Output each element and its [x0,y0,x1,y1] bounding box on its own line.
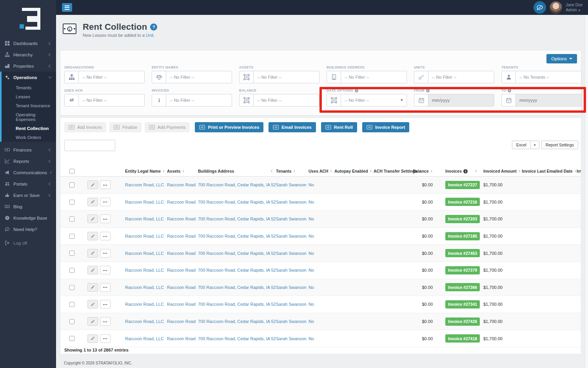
entity-link[interactable]: Raccoon Road, LLC [125,200,164,204]
building-address-link[interactable]: 700 Raccoon Road, Cedar Rapids, IA 52401 [198,182,276,187]
select-all-checkbox[interactable] [69,169,74,174]
row-checkbox[interactable] [69,302,74,307]
info-icon[interactable]: i [355,89,358,92]
building-address-link[interactable]: 700 Raccoon Road, Cedar Rapids, IA 52401 [198,319,276,324]
edit-row-button[interactable] [87,249,98,258]
more-actions-button[interactable]: ••• [100,180,111,189]
building-address-link[interactable]: 700 Raccoon Road, Cedar Rapids, IA 52401 [198,302,276,307]
sidebar-item-log-off[interactable]: Log off [0,237,56,249]
edit-row-button[interactable] [87,180,98,189]
sidebar-item-operations[interactable]: Operations [2,72,56,83]
building-address-link[interactable]: 700 Raccoon Road, Cedar Rapids, IA 52401 [198,268,276,272]
sidebar-item-dashboards[interactable]: Dashboards [0,38,56,49]
invoice-report-button[interactable]: Invoice Report [362,122,409,132]
info-icon[interactable]: i [463,169,468,173]
invoice-badge[interactable]: Invoice #27366 [445,283,480,291]
tenant-link[interactable]: Sarah Swanson [276,200,307,204]
invoice-badge[interactable]: Invoice #27379 [445,266,480,274]
sidebar-item-tenants[interactable]: Tenants [2,83,56,92]
edit-row-button[interactable] [87,198,98,206]
asset-link[interactable]: Raccoon Road [167,268,196,272]
edit-row-button[interactable] [87,334,98,343]
entity-link[interactable]: Raccoon Road, LLC [125,182,164,187]
asset-link[interactable]: Raccoon Road [167,216,196,221]
page-scrollbar[interactable] [585,15,588,368]
sidebar-toggle-button[interactable] [62,3,72,12]
entity-link[interactable]: Raccoon Road, LLC [125,234,164,238]
row-checkbox[interactable] [69,336,74,341]
asset-link[interactable]: Raccoon Road [167,336,196,341]
sidebar-item-blog[interactable]: Blog [0,201,56,212]
column-header-tenants[interactable]: Tenants▲▼ [276,169,309,173]
more-actions-button[interactable]: ••• [100,283,111,292]
tenants-select[interactable]: -- No Tenants -- [501,71,582,83]
user-avatar[interactable] [550,1,562,14]
finalize-button[interactable]: Finalize [109,122,142,132]
column-header-partial[interactable]: Inv [577,169,581,173]
email-invoices-button[interactable]: Email Invoices [269,122,316,132]
invoice-badge[interactable]: Invoice #27453 [445,249,480,257]
tenant-link[interactable]: Sarah Swanson [276,336,307,341]
column-header-last-emailed[interactable]: Invoice Last Emailed Date▲▼ [522,169,577,173]
row-checkbox[interactable] [69,285,74,290]
row-checkbox[interactable] [69,319,74,324]
sidebar-item-need-help[interactable]: Need Help? [0,224,56,235]
sidebar-item-earn-or-save[interactable]: Earn or Save [0,189,56,201]
sidebar-item-finances[interactable]: Finances [0,144,56,155]
rent-roll-button[interactable]: Rent Roll [321,122,357,132]
row-checkbox[interactable] [69,182,74,188]
entity-link[interactable]: Raccoon Road, LLC [125,302,164,307]
invoice-badge[interactable]: Invoice #27418 [445,334,480,343]
invoice-badge[interactable]: Invoice #27203 [445,215,480,223]
tenant-link[interactable]: Sarah Swanson [276,216,307,221]
tenant-link[interactable]: Sarah Swanson [276,268,307,272]
invoice-badge[interactable]: Invoice #27216 [445,198,480,206]
edit-row-button[interactable] [87,232,98,240]
building-address-link[interactable]: 700 Raccoon Road, Cedar Rapids, IA 52401 [198,251,276,256]
entity-link[interactable]: Raccoon Road, LLC [125,268,164,272]
tenant-link[interactable]: Sarah Swanson [276,285,307,290]
asset-link[interactable]: Raccoon Road [167,302,196,307]
organizations-select[interactable]: -- No Filter -- [64,71,145,83]
entity-link[interactable]: Raccoon Road, LLC [125,285,164,290]
building-address-link[interactable]: 700 Raccoon Road, Cedar Rapids, IA 52401 [198,200,276,204]
invoiced-select[interactable]: i -- No Filter -- [152,94,232,106]
entity-link[interactable]: Raccoon Road, LLC [125,251,164,256]
sidebar-item-operating-expenses[interactable]: Operating Expenses [2,110,56,124]
row-checkbox[interactable] [69,268,74,273]
excel-export-button[interactable]: Excel [512,141,530,149]
app-logo[interactable] [0,0,56,38]
entity-link[interactable]: Raccoon Road, LLC [125,319,164,324]
edit-row-button[interactable] [87,283,98,292]
info-icon[interactable]: i [426,89,430,92]
building-address-link[interactable]: 700 Raccoon Road, Cedar Rapids, IA 52401 [198,336,276,341]
column-header-balance[interactable]: Balance▲▼ [415,169,433,173]
sidebar-item-knowledge-base[interactable]: ? Knowledge Base [0,212,56,224]
more-actions-button[interactable]: ••• [100,198,111,206]
column-header-address[interactable]: Buildings Address▲▼ [198,169,276,173]
tenant-link[interactable]: Sarah Swanson [276,302,307,307]
feedback-button[interactable] [534,1,546,14]
sidebar-item-hierarchy[interactable]: Hierarchy [0,49,56,60]
building-address-link[interactable]: 700 Raccoon Road, Cedar Rapids, IA 52401 [198,285,276,290]
column-header-ach-settings[interactable]: ACH Transfer Settings▲▼ [374,169,415,173]
more-actions-button[interactable]: ••• [100,334,111,343]
entity-link[interactable]: Raccoon Road, LLC [125,336,164,341]
invoice-badge[interactable]: Invoice #27426 [445,317,480,326]
column-header-assets[interactable]: Assets▲▼ [167,169,198,173]
buildings-address-select[interactable]: -- No Filter -- [327,71,407,83]
row-checkbox[interactable] [69,200,74,205]
edit-row-button[interactable] [87,317,98,326]
building-address-link[interactable]: 700 Raccoon Road, Cedar Rapids, IA 52401 [198,234,276,238]
info-icon[interactable]: i [508,89,511,92]
assets-select[interactable]: -- No Filter -- [239,71,319,83]
sidebar-item-rent-collection[interactable]: Rent Collection [2,124,56,133]
column-header-autopay[interactable]: Autopay Enabled▲▼ [334,169,374,173]
excel-export-caret-button[interactable]: ▼ [530,141,539,149]
more-actions-button[interactable]: ••• [100,300,111,308]
sidebar-item-portals[interactable]: Portals [0,178,56,189]
row-checkbox[interactable] [69,234,74,239]
more-actions-button[interactable]: ••• [100,249,111,258]
more-actions-button[interactable]: ••• [100,317,111,326]
sidebar-item-leases[interactable]: Leases [2,92,56,101]
